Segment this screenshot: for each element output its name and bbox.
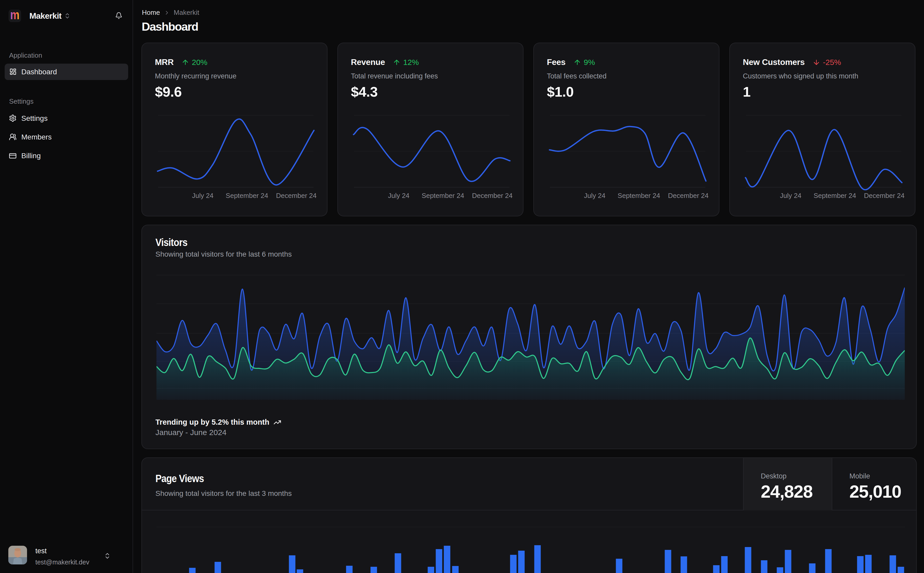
svg-text:m: m: [10, 9, 19, 22]
